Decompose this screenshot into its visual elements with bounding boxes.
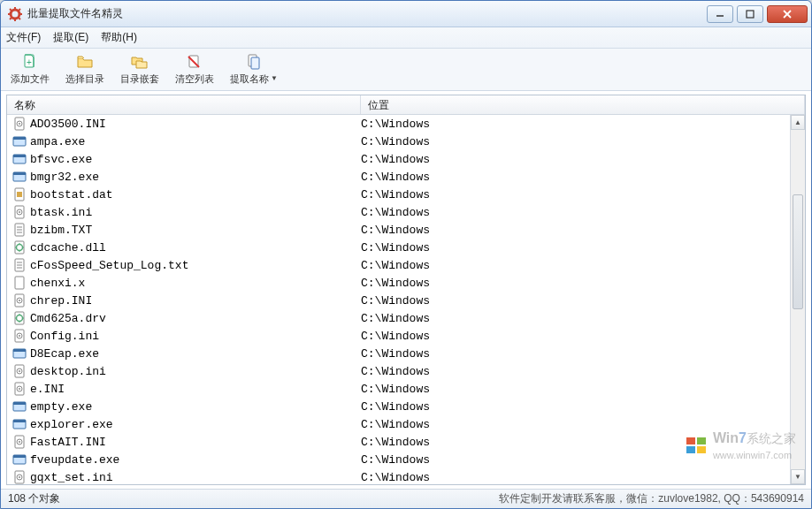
svg-rect-25	[13, 155, 26, 157]
close-button[interactable]	[767, 5, 808, 23]
svg-line-7	[19, 9, 20, 11]
file-row[interactable]: explorer.exeC:\Windows	[7, 415, 790, 433]
toolbar: + 添加文件 选择目录 目录嵌套 清空列表	[1, 49, 811, 91]
titlebar: 批量提取文件名精灵	[1, 1, 811, 27]
file-row[interactable]: desktop.iniC:\Windows	[7, 362, 790, 380]
extract-names-label: 提取名称	[230, 72, 269, 86]
file-type-icon	[12, 187, 27, 201]
file-location: C:\Windows	[361, 312, 790, 325]
file-name: chenxi.x	[30, 277, 361, 290]
file-type-icon	[12, 117, 27, 131]
file-type-icon	[12, 152, 27, 166]
svg-rect-63	[13, 420, 26, 422]
file-row[interactable]: ampa.exeC:\Windows	[7, 133, 790, 150]
file-row[interactable]: bootstat.datC:\Windows	[7, 186, 790, 203]
file-name: Config.ini	[30, 330, 361, 343]
svg-point-0	[11, 10, 19, 19]
svg-line-6	[19, 18, 20, 19]
file-name: bootstat.dat	[30, 188, 361, 201]
clear-list-button[interactable]: 清空列表	[171, 50, 218, 88]
file-name: cFosSpeed_Setup_Log.txt	[30, 259, 361, 272]
select-dir-label: 选择目录	[65, 72, 104, 86]
file-row[interactable]: fveupdate.exeC:\Windows	[7, 451, 790, 468]
svg-point-51	[19, 335, 20, 337]
file-row[interactable]: Cmd625a.drvC:\Windows	[7, 309, 790, 327]
status-right: 软件定制开发请联系客服，微信：zuvlove1982, QQ：543690914	[499, 491, 804, 506]
file-name: explorer.exe	[30, 418, 361, 431]
file-row[interactable]: D8Ecap.exeC:\Windows	[7, 345, 790, 362]
file-location: C:\Windows	[361, 365, 790, 378]
scroll-up-arrow-icon[interactable]: ▲	[791, 115, 805, 130]
svg-text:+: +	[27, 57, 32, 67]
file-list[interactable]: ADO3500.INIC:\Windowsampa.exeC:\Windowsb…	[7, 115, 790, 484]
scroll-down-arrow-icon[interactable]: ▼	[791, 469, 805, 484]
svg-rect-61	[13, 402, 26, 405]
file-row[interactable]: btask.iniC:\Windows	[7, 203, 790, 221]
file-row[interactable]: e.INIC:\Windows	[7, 380, 790, 398]
file-name: Cmd625a.drv	[30, 312, 361, 325]
file-name: desktop.ini	[30, 365, 361, 378]
file-row[interactable]: bfsvc.exeC:\Windows	[7, 150, 790, 168]
file-location: C:\Windows	[361, 153, 790, 166]
vertical-scrollbar[interactable]: ▲ ▼	[790, 115, 805, 484]
file-location: C:\Windows	[361, 188, 790, 201]
minimize-button[interactable]	[707, 5, 733, 23]
file-type-icon	[12, 346, 27, 361]
add-file-icon: +	[21, 53, 39, 71]
svg-line-8	[10, 18, 11, 19]
column-header-location[interactable]: 位置	[361, 95, 805, 114]
file-name: ADO3500.INI	[30, 118, 361, 131]
file-location: C:\Windows	[361, 330, 790, 343]
nested-dir-button[interactable]: 目录嵌套	[116, 50, 164, 88]
status-left: 108 个对象	[8, 491, 60, 506]
file-row[interactable]: chrep.INIC:\Windows	[7, 292, 790, 309]
file-location: C:\Windows	[361, 418, 790, 431]
window-controls	[703, 5, 808, 23]
svg-point-56	[19, 370, 20, 372]
add-file-label: 添加文件	[11, 72, 50, 86]
file-row[interactable]: bzibm.TXTC:\Windows	[7, 221, 790, 239]
app-icon	[8, 7, 22, 21]
menu-extract[interactable]: 提取(E)	[53, 30, 88, 45]
file-row[interactable]: ADO3500.INIC:\Windows	[7, 115, 790, 133]
file-type-icon	[12, 329, 27, 343]
file-row[interactable]: FastAIT.INIC:\Windows	[7, 433, 790, 451]
file-location: C:\Windows	[361, 206, 790, 219]
clear-icon	[186, 53, 203, 71]
file-type-icon	[12, 240, 27, 254]
app-window: 批量提取文件名精灵 文件(F) 提取(E) 帮助(H) + 添加文件	[0, 0, 812, 509]
file-name: empty.exe	[30, 400, 361, 414]
file-location: C:\Windows	[361, 436, 790, 449]
listview-panel: 名称 位置 ADO3500.INIC:\Windowsampa.exeC:\Wi…	[6, 95, 806, 485]
file-row[interactable]: Config.iniC:\Windows	[7, 327, 790, 345]
file-name: e.INI	[30, 383, 361, 396]
file-name: bzibm.TXT	[30, 224, 361, 237]
extract-names-button[interactable]: 提取名称 ▼	[226, 50, 282, 88]
svg-point-46	[19, 300, 20, 301]
file-row[interactable]: chenxi.xC:\Windows	[7, 274, 790, 292]
file-type-icon	[12, 382, 27, 396]
select-dir-button[interactable]: 选择目录	[61, 50, 109, 88]
svg-rect-53	[13, 349, 26, 352]
file-row[interactable]: empty.exeC:\Windows	[7, 398, 790, 415]
svg-rect-23	[13, 137, 26, 140]
menu-help[interactable]: 帮助(H)	[101, 30, 137, 45]
add-file-button[interactable]: + 添加文件	[6, 50, 54, 88]
statusbar: 108 个对象 软件定制开发请联系客服，微信：zuvlove1982, QQ：5…	[1, 489, 811, 508]
file-name: FastAIT.INI	[30, 436, 361, 449]
maximize-button[interactable]	[737, 5, 763, 23]
file-location: C:\Windows	[361, 400, 790, 414]
file-row[interactable]: gqxt_set.iniC:\Windows	[7, 468, 790, 484]
column-header-name[interactable]: 名称	[7, 95, 361, 114]
file-row[interactable]: bmgr32.exeC:\Windows	[7, 168, 790, 186]
file-row[interactable]: cFosSpeed_Setup_Log.txtC:\Windows	[7, 256, 790, 274]
scroll-thumb[interactable]	[793, 194, 803, 309]
svg-line-5	[10, 9, 11, 11]
menu-file[interactable]: 文件(F)	[6, 30, 41, 45]
file-type-icon	[12, 417, 27, 431]
file-name: cdcache.dll	[30, 241, 361, 254]
svg-rect-27	[13, 172, 26, 175]
window-title: 批量提取文件名精灵	[27, 6, 123, 21]
file-name: bfsvc.exe	[30, 153, 361, 166]
file-row[interactable]: cdcache.dllC:\Windows	[7, 239, 790, 256]
